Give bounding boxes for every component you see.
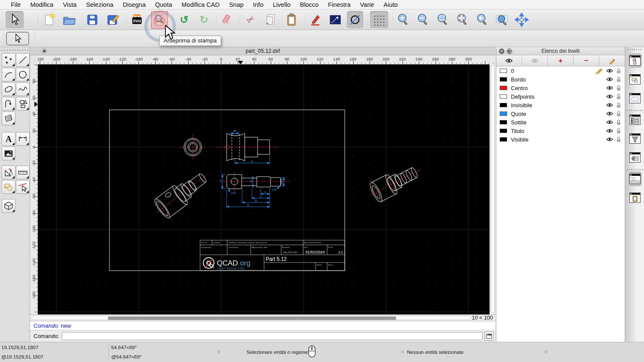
menu-vista[interactable]: Vista (58, 1, 81, 8)
layer-lock-icon[interactable] (616, 68, 621, 74)
layer-color-swatch[interactable] (500, 77, 507, 81)
layer-color-swatch[interactable] (500, 103, 507, 107)
layer-color-swatch[interactable] (500, 120, 507, 124)
measure-tools[interactable] (16, 166, 30, 179)
command-line-dock-button[interactable] (628, 172, 642, 186)
layer-row[interactable]: Invisibile (496, 101, 625, 109)
new-document-button[interactable] (41, 11, 58, 28)
view-list-dock-button[interactable] (628, 91, 642, 106)
layer-lock-icon[interactable] (616, 111, 621, 117)
draw-hatch-tool[interactable] (2, 112, 15, 125)
horizontal-scrollbar-thumb[interactable] (108, 317, 396, 320)
layer-visibility-eye-icon[interactable] (606, 86, 613, 90)
draw-line-tool[interactable] (16, 53, 30, 67)
layer-visibility-eye-icon[interactable] (606, 103, 613, 107)
zoom-selection-button[interactable] (454, 11, 471, 28)
layer-color-swatch[interactable] (500, 94, 507, 99)
modify-tools[interactable] (2, 166, 15, 179)
layer-color-swatch[interactable] (500, 86, 507, 90)
dimension-tool[interactable] (16, 132, 30, 146)
grid-toggle-button[interactable] (370, 11, 388, 28)
layer-row[interactable]: Visibile (496, 135, 625, 144)
hide-all-layers-button[interactable] (522, 55, 548, 66)
layer-lock-icon[interactable] (616, 94, 621, 100)
draw-text-tool[interactable]: A (2, 132, 15, 146)
vertical-scrollbar-thumb[interactable] (491, 65, 495, 313)
zoom-in-button[interactable] (395, 11, 411, 28)
document-tab[interactable]: part_05.12.dxf (30, 48, 495, 54)
copy-button[interactable]: + (263, 11, 279, 28)
block-list-dock-button[interactable] (628, 72, 642, 87)
draw-shape-tool[interactable] (16, 97, 30, 111)
save-button[interactable] (84, 11, 100, 28)
view-3d-tools[interactable] (2, 199, 15, 213)
draw-polyline-tool[interactable] (2, 97, 15, 111)
draw-spline-tool[interactable] (16, 82, 30, 96)
layer-visibility-eye-icon[interactable] (606, 129, 613, 133)
layer-row[interactable]: Bordo (496, 75, 625, 84)
layer-visibility-eye-icon[interactable] (606, 137, 613, 142)
menu-blocco[interactable]: Blocco (295, 1, 324, 8)
draw-point-tool[interactable] (2, 53, 15, 67)
restrict-orthogonal-button[interactable] (347, 11, 363, 28)
drawing-canvas[interactable]: .w { stroke:#f2f2f2; stroke-width:1; fil… (38, 64, 489, 314)
draw-circle-tool[interactable] (16, 68, 30, 81)
clipboard-dock-button[interactable] (628, 190, 642, 205)
layer-visibility-eye-icon[interactable] (606, 94, 613, 99)
insert-image-tool[interactable] (2, 147, 15, 160)
library-browser-dock-button[interactable] (628, 150, 642, 165)
menu-file[interactable]: File (6, 1, 25, 8)
save-as-button[interactable] (105, 11, 121, 28)
layer-row[interactable]: Defpoints (496, 92, 625, 101)
menu-disegna[interactable]: Disegna (118, 1, 150, 8)
property-editor-dock-button[interactable] (628, 112, 642, 127)
select-window-button[interactable] (327, 11, 343, 28)
undo-button[interactable]: ↺ (176, 11, 192, 28)
layer-color-swatch[interactable] (500, 129, 507, 133)
layer-row[interactable]: Titolo (496, 127, 625, 135)
menu-modifica-cad[interactable]: Modifica CAD (177, 1, 225, 8)
menu-snap[interactable]: Snap (224, 1, 248, 8)
layer-visibility-eye-icon[interactable] (606, 120, 613, 124)
zoom-window-button[interactable] (494, 11, 510, 28)
block-tools[interactable] (2, 180, 15, 194)
layer-color-swatch[interactable] (500, 69, 507, 73)
zoom-pan-button[interactable] (513, 11, 530, 28)
svg-export-button[interactable]: SVG (129, 11, 145, 28)
layer-row[interactable]: Centro (496, 84, 625, 92)
menu-varie[interactable]: Varie (355, 1, 379, 8)
menu-info[interactable]: Info (248, 1, 268, 8)
layer-color-swatch[interactable] (500, 137, 507, 142)
edit-properties-button[interactable] (307, 11, 324, 28)
layer-visibility-eye-icon[interactable] (606, 112, 613, 116)
draw-ellipse-tool[interactable] (2, 82, 15, 96)
delete-button[interactable] (219, 11, 235, 28)
selection-tool-button[interactable] (6, 11, 24, 28)
show-all-layers-button[interactable] (496, 55, 522, 66)
layer-row[interactable]: Quote (496, 109, 625, 118)
zoom-out-button[interactable] (415, 11, 431, 28)
layer-lock-icon[interactable] (616, 128, 621, 134)
paste-button[interactable] (283, 11, 300, 28)
layer-lock-icon[interactable] (616, 119, 621, 125)
layer-lock-icon[interactable] (616, 76, 621, 82)
layer-lock-icon[interactable] (616, 136, 621, 142)
horizontal-scrollbar[interactable] (32, 316, 471, 320)
layer-list-dock-button[interactable] (628, 53, 642, 68)
menu-livello[interactable]: Livello (268, 1, 295, 8)
zoom-auto-button[interactable] (434, 11, 451, 28)
layer-lock-icon[interactable] (616, 102, 621, 108)
cut-button[interactable]: ✂ (243, 11, 259, 28)
menu-finestra[interactable]: Finestra (323, 1, 355, 8)
layer-visibility-eye-icon[interactable] (606, 77, 613, 81)
layer-visibility-eye-icon[interactable] (606, 69, 613, 73)
menu-aiuto[interactable]: Aiuto (379, 1, 402, 8)
zoom-previous-button[interactable] (474, 11, 490, 28)
command-input[interactable] (62, 332, 483, 340)
draw-arc-tool[interactable] (2, 68, 15, 81)
command-options-button[interactable] (484, 332, 494, 341)
layer-lock-icon[interactable] (616, 85, 621, 91)
edit-layer-button[interactable] (599, 55, 625, 66)
add-layer-button[interactable]: + (548, 55, 574, 66)
menu-modifica[interactable]: Modifica (25, 1, 58, 8)
